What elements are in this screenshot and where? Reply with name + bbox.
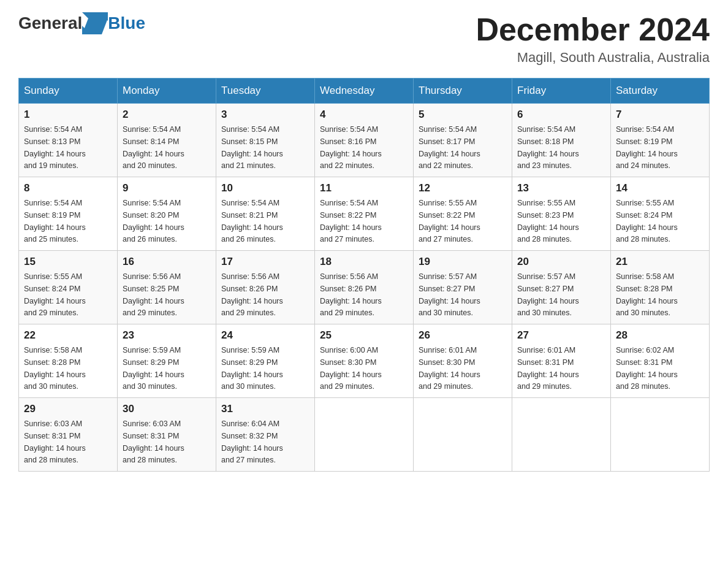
day-number: 27 (517, 329, 605, 342)
day-number: 9 (123, 182, 211, 194)
day-number: 6 (517, 109, 605, 121)
day-number: 10 (221, 182, 309, 194)
calendar-cell: 10 Sunrise: 5:54 AMSunset: 8:21 PMDaylig… (216, 177, 315, 251)
day-info: Sunrise: 5:54 AMSunset: 8:13 PMDaylight:… (24, 125, 86, 170)
calendar-title: December 2024 (476, 12, 710, 47)
day-info: Sunrise: 5:55 AMSunset: 8:24 PMDaylight:… (616, 199, 678, 243)
day-number: 16 (123, 256, 211, 268)
day-info: Sunrise: 6:01 AMSunset: 8:30 PMDaylight:… (419, 346, 480, 391)
calendar-cell: 2 Sunrise: 5:54 AMSunset: 8:14 PMDayligh… (118, 104, 216, 177)
day-info: Sunrise: 5:54 AMSunset: 8:22 PMDaylight:… (320, 199, 382, 243)
calendar-cell: 6 Sunrise: 5:54 AMSunset: 8:18 PMDayligh… (512, 104, 611, 177)
day-number: 11 (320, 182, 408, 194)
day-info: Sunrise: 5:56 AMSunset: 8:26 PMDaylight:… (221, 272, 283, 317)
day-number: 22 (24, 329, 112, 342)
day-info: Sunrise: 5:54 AMSunset: 8:18 PMDaylight:… (517, 125, 579, 170)
day-number: 30 (123, 403, 211, 415)
day-number: 12 (419, 182, 507, 194)
calendar-cell: 7 Sunrise: 5:54 AMSunset: 8:19 PMDayligh… (611, 104, 710, 177)
calendar-cell: 13 Sunrise: 5:55 AMSunset: 8:23 PMDaylig… (512, 177, 611, 251)
calendar-week-row: 29 Sunrise: 6:03 AMSunset: 8:31 PMDaylig… (19, 398, 710, 472)
calendar-header-row: SundayMondayTuesdayWednesdayThursdayFrid… (19, 79, 710, 104)
day-info: Sunrise: 5:54 AMSunset: 8:17 PMDaylight:… (419, 125, 480, 170)
day-number: 19 (419, 256, 507, 268)
day-number: 14 (616, 182, 704, 194)
calendar-week-row: 15 Sunrise: 5:55 AMSunset: 8:24 PMDaylig… (19, 251, 710, 324)
calendar-cell: 11 Sunrise: 5:54 AMSunset: 8:22 PMDaylig… (315, 177, 414, 251)
day-info: Sunrise: 5:59 AMSunset: 8:29 PMDaylight:… (123, 346, 184, 391)
day-number: 4 (320, 109, 408, 121)
day-info: Sunrise: 5:54 AMSunset: 8:20 PMDaylight:… (123, 199, 184, 243)
calendar-cell: 24 Sunrise: 5:59 AMSunset: 8:29 PMDaylig… (216, 324, 315, 398)
calendar-cell (611, 398, 710, 472)
day-info: Sunrise: 5:54 AMSunset: 8:14 PMDaylight:… (123, 125, 184, 170)
calendar-cell: 28 Sunrise: 6:02 AMSunset: 8:31 PMDaylig… (611, 324, 710, 398)
day-info: Sunrise: 5:54 AMSunset: 8:15 PMDaylight:… (221, 125, 283, 170)
calendar-cell: 9 Sunrise: 5:54 AMSunset: 8:20 PMDayligh… (118, 177, 216, 251)
day-info: Sunrise: 5:56 AMSunset: 8:25 PMDaylight:… (123, 272, 184, 317)
calendar-cell (414, 398, 512, 472)
calendar-cell: 21 Sunrise: 5:58 AMSunset: 8:28 PMDaylig… (611, 251, 710, 324)
day-info: Sunrise: 5:54 AMSunset: 8:21 PMDaylight:… (221, 199, 283, 243)
calendar-cell (315, 398, 414, 472)
calendar-cell: 4 Sunrise: 5:54 AMSunset: 8:16 PMDayligh… (315, 104, 414, 177)
day-info: Sunrise: 5:54 AMSunset: 8:19 PMDaylight:… (24, 199, 86, 243)
day-number: 3 (221, 109, 309, 121)
calendar-cell: 22 Sunrise: 5:58 AMSunset: 8:28 PMDaylig… (19, 324, 118, 398)
day-info: Sunrise: 5:57 AMSunset: 8:27 PMDaylight:… (517, 272, 579, 317)
day-number: 21 (616, 256, 704, 268)
calendar-cell: 26 Sunrise: 6:01 AMSunset: 8:30 PMDaylig… (414, 324, 512, 398)
logo-icon (82, 12, 108, 34)
logo-blue-part: Blue (82, 12, 145, 34)
column-header-sunday: Sunday (19, 79, 118, 104)
calendar-cell: 25 Sunrise: 6:00 AMSunset: 8:30 PMDaylig… (315, 324, 414, 398)
column-header-friday: Friday (512, 79, 611, 104)
calendar-cell: 1 Sunrise: 5:54 AMSunset: 8:13 PMDayligh… (19, 104, 118, 177)
calendar-cell: 5 Sunrise: 5:54 AMSunset: 8:17 PMDayligh… (414, 104, 512, 177)
day-info: Sunrise: 5:58 AMSunset: 8:28 PMDaylight:… (24, 346, 86, 391)
calendar-cell: 17 Sunrise: 5:56 AMSunset: 8:26 PMDaylig… (216, 251, 315, 324)
column-header-saturday: Saturday (611, 79, 710, 104)
day-number: 1 (24, 109, 112, 121)
day-info: Sunrise: 6:01 AMSunset: 8:31 PMDaylight:… (517, 346, 579, 391)
day-number: 13 (517, 182, 605, 194)
day-info: Sunrise: 5:54 AMSunset: 8:19 PMDaylight:… (616, 125, 678, 170)
day-info: Sunrise: 6:00 AMSunset: 8:30 PMDaylight:… (320, 346, 382, 391)
column-header-wednesday: Wednesday (315, 79, 414, 104)
calendar-cell: 29 Sunrise: 6:03 AMSunset: 8:31 PMDaylig… (19, 398, 118, 472)
day-number: 31 (221, 403, 309, 415)
calendar-week-row: 22 Sunrise: 5:58 AMSunset: 8:28 PMDaylig… (19, 324, 710, 398)
calendar-cell: 23 Sunrise: 5:59 AMSunset: 8:29 PMDaylig… (118, 324, 216, 398)
day-number: 26 (419, 329, 507, 342)
column-header-tuesday: Tuesday (216, 79, 315, 104)
day-info: Sunrise: 6:04 AMSunset: 8:32 PMDaylight:… (221, 419, 283, 464)
day-number: 8 (24, 182, 112, 194)
day-info: Sunrise: 5:54 AMSunset: 8:16 PMDaylight:… (320, 125, 382, 170)
title-block: December 2024 Magill, South Australia, A… (476, 12, 710, 66)
day-number: 2 (123, 109, 211, 121)
calendar-cell (512, 398, 611, 472)
day-info: Sunrise: 6:03 AMSunset: 8:31 PMDaylight:… (123, 419, 184, 464)
calendar-cell: 19 Sunrise: 5:57 AMSunset: 8:27 PMDaylig… (414, 251, 512, 324)
calendar-week-row: 1 Sunrise: 5:54 AMSunset: 8:13 PMDayligh… (19, 104, 710, 177)
column-header-thursday: Thursday (414, 79, 512, 104)
day-info: Sunrise: 5:59 AMSunset: 8:29 PMDaylight:… (221, 346, 283, 391)
calendar-cell: 3 Sunrise: 5:54 AMSunset: 8:15 PMDayligh… (216, 104, 315, 177)
logo-blue-text: Blue (108, 13, 145, 33)
day-info: Sunrise: 5:55 AMSunset: 8:22 PMDaylight:… (419, 199, 480, 243)
page-header: General Blue December 2024 Magill, South… (18, 12, 710, 66)
day-number: 20 (517, 256, 605, 268)
day-number: 28 (616, 329, 704, 342)
calendar-cell: 30 Sunrise: 6:03 AMSunset: 8:31 PMDaylig… (118, 398, 216, 472)
day-number: 25 (320, 329, 408, 342)
day-number: 18 (320, 256, 408, 268)
calendar-cell: 27 Sunrise: 6:01 AMSunset: 8:31 PMDaylig… (512, 324, 611, 398)
calendar-body: 1 Sunrise: 5:54 AMSunset: 8:13 PMDayligh… (19, 104, 710, 472)
logo-general-text: General (18, 13, 82, 33)
day-info: Sunrise: 5:56 AMSunset: 8:26 PMDaylight:… (320, 272, 382, 317)
day-number: 29 (24, 403, 112, 415)
day-number: 23 (123, 329, 211, 342)
calendar-table: SundayMondayTuesdayWednesdayThursdayFrid… (18, 78, 710, 472)
calendar-cell: 16 Sunrise: 5:56 AMSunset: 8:25 PMDaylig… (118, 251, 216, 324)
day-info: Sunrise: 6:02 AMSunset: 8:31 PMDaylight:… (616, 346, 678, 391)
